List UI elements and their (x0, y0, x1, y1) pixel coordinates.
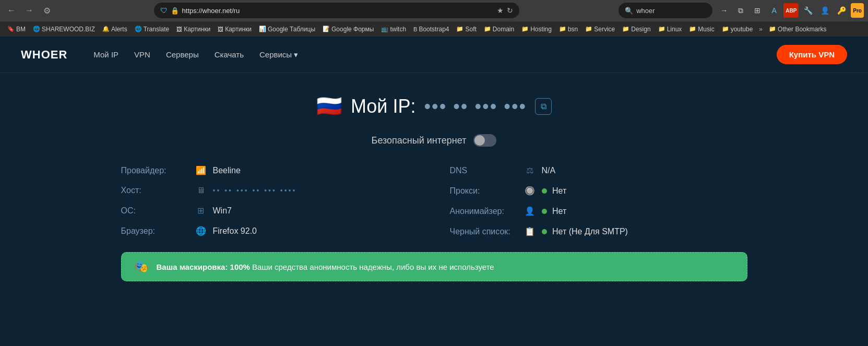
bookmark-translate[interactable]: 🌐 Translate (132, 25, 173, 34)
nav-servers[interactable]: Серверы (166, 50, 199, 59)
proxy-row: Прокси: 🔘 Нет (450, 186, 747, 196)
settings-button[interactable]: ⚙ (40, 3, 54, 18)
provider-value: Beeline (213, 166, 241, 175)
bookmark-hosting[interactable]: 📁 Hosting (518, 25, 555, 34)
browser-label: Браузер: (121, 226, 189, 236)
bookmark-service[interactable]: 📁 Service (582, 25, 618, 34)
forms-label: Google Формы (331, 26, 374, 33)
arrow-right-icon[interactable]: → (717, 3, 731, 18)
translate-icon: 🌐 (135, 26, 142, 32)
nav-my-ip[interactable]: Мой IP (93, 50, 118, 59)
masquerade-bar: 🎭 Ваша маскировка: 100% Ваши средства ан… (121, 252, 747, 281)
nav-services[interactable]: Сервисы ▾ (259, 50, 298, 59)
bookmark-bootstrap[interactable]: B Bootstrap4 (410, 25, 452, 34)
ext2-icon[interactable]: 👤 (817, 3, 832, 18)
browser-chrome: ← → ⚙ 🛡 🔒 https://whoer.net/ru ★ ↻ 🔍 who… (0, 0, 868, 37)
host-label: Хост: (121, 186, 189, 195)
url-text: https://whoer.net/ru (182, 7, 240, 15)
bookmark-bsn[interactable]: 📁 bsn (556, 25, 581, 34)
design-label: Design (631, 26, 650, 33)
bootstrap-label: Bootstrap4 (419, 26, 449, 33)
design-icon: 📁 (622, 26, 629, 32)
star-icon[interactable]: ★ (497, 6, 504, 15)
bookmark-twitch[interactable]: 📺 twitch (378, 25, 409, 34)
anon-label: Анонимайзер: (450, 207, 518, 216)
safe-internet-toggle[interactable] (473, 134, 496, 147)
page-content: WHOER Мой IP VPN Серверы Скачать Сервисы… (0, 37, 868, 346)
pro-icon[interactable]: Pro (851, 3, 864, 18)
proxy-label: Прокси: (450, 186, 518, 196)
copy-ip-button[interactable]: ⧉ (535, 98, 552, 115)
linux-label: Linux (667, 26, 682, 33)
url-display: https://whoer.net/ru (182, 7, 494, 15)
search-text: whoer (636, 7, 655, 15)
bookmark-linux[interactable]: 📁 Linux (655, 25, 685, 34)
abp-icon[interactable]: ABP (783, 3, 799, 18)
nav-buttons: ← → ⚙ (4, 3, 54, 18)
other-icon: 📁 (769, 26, 776, 32)
address-bar[interactable]: 🛡 🔒 https://whoer.net/ru ★ ↻ (154, 3, 519, 18)
sheets-icon: 📊 (259, 26, 266, 32)
tabs-icon[interactable]: ⧉ (733, 3, 748, 18)
nav-download[interactable]: Скачать (215, 50, 244, 59)
more-bookmarks[interactable]: » (757, 25, 765, 34)
ext1-icon[interactable]: 🔧 (801, 3, 815, 18)
nav-menu: Мой IP VPN Серверы Скачать Сервисы ▾ (93, 50, 776, 59)
buy-vpn-button[interactable]: Купить VPN (777, 45, 847, 64)
youtube-icon: 📁 (722, 26, 729, 32)
os-icon: ⊞ (195, 206, 207, 216)
forward-button[interactable]: → (22, 3, 37, 18)
whoer-logo: WHOER (21, 48, 67, 62)
bookmark-sharewood[interactable]: 🌐 SHAREWOOD.BIZ (30, 25, 98, 34)
browser-titlebar: ← → ⚙ 🛡 🔒 https://whoer.net/ru ★ ↻ 🔍 who… (0, 0, 868, 21)
blacklist-row: Черный список: 📋 Нет (Не Для SMTP) (450, 226, 747, 236)
bookmark-domain[interactable]: 📁 Domain (481, 25, 517, 34)
linux-icon: 📁 (658, 26, 665, 32)
ext3-icon[interactable]: 🔑 (834, 3, 849, 18)
back-button[interactable]: ← (4, 3, 19, 18)
bookmark-design[interactable]: 📁 Design (619, 25, 653, 34)
browser-value: Firefox 92.0 (213, 226, 257, 236)
bookmark-forms[interactable]: 📝 Google Формы (319, 25, 377, 34)
bookmark-pictures1[interactable]: 🖼 Картинки (173, 25, 213, 34)
main-section: 🇷🇺 Мой IP: ••• •• ••• ••• ⧉ Безопасный и… (0, 73, 868, 292)
masquerade-text: Ваша маскировка: 100% Ваши средства анон… (157, 263, 494, 271)
anon-status-dot (542, 209, 547, 214)
bookmark-music[interactable]: 📁 Music (686, 25, 717, 34)
pictures1-label: Картинки (184, 26, 210, 33)
provider-row: Провайдер: 📶 Beeline (121, 165, 419, 175)
search-bar[interactable]: 🔍 whoer (619, 3, 712, 18)
bookmark-sheets[interactable]: 📊 Google Таблицы (256, 25, 318, 34)
domain-icon: 📁 (484, 26, 491, 32)
monitor-icon: 🖥 (195, 186, 207, 195)
domain-label: Domain (493, 26, 514, 33)
bookmark-other[interactable]: 📁 Other Bookmarks (766, 25, 829, 34)
services-label: Сервисы (259, 50, 292, 59)
refresh-icon[interactable]: ↻ (507, 6, 513, 15)
windows-icon[interactable]: ⊞ (750, 3, 765, 18)
hosting-label: Hosting (530, 26, 552, 33)
os-row: ОС: ⊞ Win7 (121, 206, 419, 216)
bookmark-alerts[interactable]: 🔔 Alerts (99, 25, 130, 34)
proxy-status-dot (542, 188, 547, 194)
forms-icon: 📝 (323, 26, 330, 32)
blacklist-icon: 📋 (524, 226, 536, 236)
bm-label: BM (16, 26, 26, 33)
shield-icon: 🛡 (160, 6, 168, 15)
pictures2-icon: 🖼 (218, 26, 223, 32)
info-col-left: Провайдер: 📶 Beeline Хост: 🖥 •• •• ••• •… (121, 165, 419, 236)
bookmark-pictures2[interactable]: 🖼 Картинки (215, 25, 255, 34)
safe-internet-row: Безопасный интернет (372, 134, 497, 147)
bookmark-bm[interactable]: 🔖 BM (4, 25, 29, 34)
soft-icon: 📁 (456, 26, 463, 32)
soft-label: Soft (465, 26, 476, 33)
chevron-down-icon: ▾ (294, 50, 298, 59)
os-value: Win7 (213, 206, 232, 216)
music-icon: 📁 (689, 26, 696, 32)
bootstrap-icon: B (413, 26, 417, 32)
bookmark-youtube[interactable]: 📁 youtube (719, 25, 756, 34)
bookmark-soft[interactable]: 📁 Soft (453, 25, 479, 34)
nav-vpn[interactable]: VPN (134, 50, 150, 59)
country-flag: 🇷🇺 (316, 94, 342, 118)
profile-icon[interactable]: A (767, 3, 781, 18)
